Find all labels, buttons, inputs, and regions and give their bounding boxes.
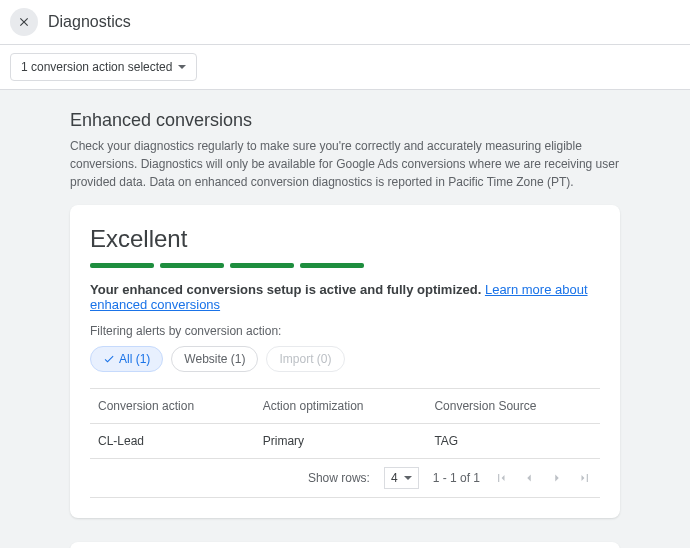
chip-website-label: Website (1) xyxy=(184,352,245,366)
col-conversion-action: Conversion action xyxy=(90,389,255,424)
cell-action-optimization: Primary xyxy=(255,424,427,459)
chevron-down-icon xyxy=(178,65,186,69)
cell-conversion-action: CL-Lead xyxy=(90,424,255,459)
section-desc: Check your diagnostics regularly to make… xyxy=(70,137,620,191)
chip-import-label: Import (0) xyxy=(279,352,331,366)
prev-page-button[interactable] xyxy=(522,471,536,485)
status-bar-3 xyxy=(230,263,294,268)
pager xyxy=(494,471,592,485)
chip-all-label: All (1) xyxy=(119,352,150,366)
chip-all[interactable]: All (1) xyxy=(90,346,163,372)
page-title: Diagnostics xyxy=(48,13,131,31)
status-bar-2 xyxy=(160,263,224,268)
close-icon xyxy=(17,15,31,29)
col-action-optimization: Action optimization xyxy=(255,389,427,424)
conversion-table: Conversion action Action optimization Co… xyxy=(90,388,600,458)
first-page-button[interactable] xyxy=(494,471,508,485)
chip-import: Import (0) xyxy=(266,346,344,372)
filter-chips: All (1) Website (1) Import (0) xyxy=(90,346,600,372)
content: Enhanced conversions Check your diagnost… xyxy=(0,90,690,548)
col-conversion-source: Conversion Source xyxy=(426,389,600,424)
status-bar-1 xyxy=(90,263,154,268)
table-row[interactable]: CL-Lead Primary TAG xyxy=(90,424,600,459)
conversion-action-select-label: 1 conversion action selected xyxy=(21,60,172,74)
close-button[interactable] xyxy=(10,8,38,36)
filter-label: Filtering alerts by conversion action: xyxy=(90,324,600,338)
chip-website[interactable]: Website (1) xyxy=(171,346,258,372)
status-message: Your enhanced conversions setup is activ… xyxy=(90,282,600,312)
coverage-card: Enhanced Conversions Coverage (website o… xyxy=(70,542,620,548)
page-range: 1 - 1 of 1 xyxy=(433,471,480,485)
next-page-button[interactable] xyxy=(550,471,564,485)
status-bars xyxy=(90,263,600,268)
status-title: Excellent xyxy=(90,225,600,253)
check-icon xyxy=(103,353,115,365)
toolbar: 1 conversion action selected xyxy=(0,45,690,90)
rows-per-page-select[interactable]: 4 xyxy=(384,467,419,489)
rows-value: 4 xyxy=(391,471,398,485)
table-footer: Show rows: 4 1 - 1 of 1 xyxy=(90,458,600,498)
status-message-bold: Your enhanced conversions setup is activ… xyxy=(90,282,481,297)
status-bar-4 xyxy=(300,263,364,268)
table-header-row: Conversion action Action optimization Co… xyxy=(90,389,600,424)
section-title: Enhanced conversions xyxy=(70,110,620,131)
chevron-down-icon xyxy=(404,476,412,480)
last-page-button[interactable] xyxy=(578,471,592,485)
show-rows-label: Show rows: xyxy=(308,471,370,485)
header: Diagnostics xyxy=(0,0,690,45)
status-card: Excellent Your enhanced conversions setu… xyxy=(70,205,620,518)
cell-conversion-source: TAG xyxy=(426,424,600,459)
conversion-action-select[interactable]: 1 conversion action selected xyxy=(10,53,197,81)
